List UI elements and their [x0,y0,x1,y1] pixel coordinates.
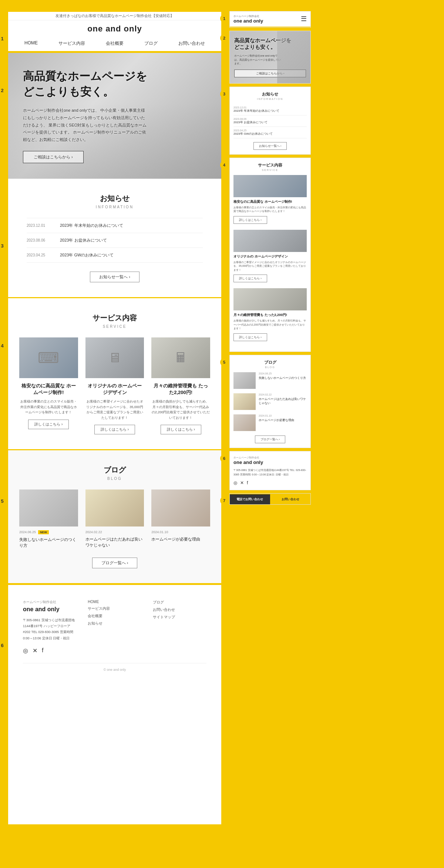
mobile-blog-en: BLOG [233,366,307,369]
mobile-blog-title: ブログ [233,360,307,365]
section-badge-1: 1 [0,34,7,43]
mobile-section-4: 4 サービス内容 SERVICE 格安なのに高品質な ホームページ制作! お客様… [229,158,311,352]
info-section: お知らせ INFORMATION 2023.12.01 2023年 年末年始のお… [8,179,221,297]
mobile-service-1: 格安なのに高品質な ホームページ制作! お客様の事業の立とのスマイル販売・外注作… [233,175,307,224]
info-item-1: 2023.12.01 2023年 年末年始のお休みについて [27,218,203,233]
facebook-icon[interactable]: f [42,647,43,654]
blog-date-2: 2024.02.22 [85,530,102,534]
mobile-services: サービス内容 SERVICE 格安なのに高品質な ホームページ制作! お客様の事… [230,158,310,351]
info-more-button[interactable]: お知らせ一覧へ › [90,272,139,282]
blog-card-2: 2024.02.22 ホームページはただあれば良いワケじゃない [85,489,144,549]
mobile-info-item-3: 2023.04.25 2023年 GWのお休みについて [233,127,307,138]
hero-content: 高品質なホームページを どこよりも安く。 ホームページ制作会社one and o… [8,57,164,174]
mobile-info-en: INFORMATION [233,98,307,100]
hero-cta-button[interactable]: ご相談はこちらから › [23,151,84,163]
section-badge-6: 6 [0,641,7,650]
desktop-logo: one and only [8,20,221,37]
footer-col-nav2: ブログ お問い合わせ サイトマップ [153,600,206,654]
right-badge-6: 6 [220,454,228,462]
services-title: サービス内容 [19,313,210,323]
blog-img-3 [151,489,210,526]
nav-contact[interactable]: お問い合わせ [168,37,215,51]
info-text-2: 2023年 お盆休みについて [60,238,107,243]
mobile-service-btn-1[interactable]: 詳しくはこちら › [233,216,267,224]
mobile-blog-img-2 [233,393,256,410]
mobile-blog-img-3 [233,414,256,431]
service-btn-3[interactable]: 詳しくはこちら › [161,425,201,434]
service-btn-2[interactable]: 詳しくはこちら › [94,425,135,434]
right-badge-2: 2 [220,34,228,42]
mobile-service-btn-3[interactable]: 詳しくはこちら › [233,333,267,341]
footer-nav-contact[interactable]: お問い合わせ [153,607,206,612]
blog-date-3: 2024.01.10 [151,530,168,534]
footer-company: ホームページ制作会社 [23,600,77,605]
footer-nav-blog[interactable]: ブログ [153,600,206,605]
mobile-footer: ホームページ制作会社 one and only 〒305-0861 茨城つくば市… [230,451,310,490]
service-title-2: オリジナルの ホームページデザイン [85,383,144,396]
mobile-instagram-icon[interactable]: ◎ [233,480,237,485]
mobile-contact-button[interactable]: お問い合わせ [270,494,311,504]
mobile-blog-item-1: 2024.06.25 失敗しないホームページのつくり方 [233,372,307,389]
nav-about[interactable]: 会社概要 [95,37,134,51]
info-list: 2023.12.01 2023年 年末年始のお休みについて 2023.08.06… [27,218,203,263]
mobile-facebook-icon[interactable]: f [247,480,248,485]
service-card-1: 格安なのに高品質な ホームページ制作! お客様の事業の立とのスマイル販売・外注作… [19,337,78,434]
footer-nav-services[interactable]: サービス内容 [88,606,141,611]
right-badge-5: 5 [220,358,228,366]
mobile-hero: 高品質なホームページを どこよりも安く。 ホームページ制作会社one and o… [230,31,310,83]
footer-col-nav1: HOME サービス内容 会社概要 お知らせ [88,600,141,654]
mobile-blog-more[interactable]: ブログ一覧へ › [255,435,286,443]
section-badge-4: 4 [0,341,7,350]
blog-more-button[interactable]: ブログ一覧へ › [92,558,138,568]
service-img-2 [85,337,144,378]
blog-tag-1: NEW [38,530,49,534]
mobile-service-btn-2[interactable]: 詳しくはこちら › [233,275,267,282]
mobile-info-more[interactable]: お知らせ一覧へ › [253,142,287,150]
instagram-icon[interactable]: ◎ [23,647,28,654]
right-badge-1: 1 [220,14,228,23]
nav-home[interactable]: HOME [14,37,48,51]
mobile-service-2: オリジナルの ホームページデザイン お客様のご希望イメージに合わせたオリジナルの… [233,230,307,283]
mobile-blog-img-1 [233,372,256,389]
mobile-info-title: お知らせ [233,91,307,97]
mobile-blog: ブログ BLOG 2024.06.25 失敗しないホームページのつくり方 202… [230,355,310,448]
footer-nav-sitemap[interactable]: サイトマップ [153,615,206,620]
footer-logo: one and only [23,606,77,613]
nav-blog[interactable]: ブログ [134,37,168,51]
footer-social: ◎ ✕ f [23,647,77,654]
mobile-info: お知らせ INFORMATION 2023.12.01 2023年 年末年始のお… [230,87,310,154]
twitter-icon[interactable]: ✕ [33,647,37,654]
mobile-twitter-icon[interactable]: ✕ [240,480,244,485]
info-title: お知らせ [27,194,203,203]
right-badge-3: 3 [220,90,228,98]
service-desc-3: お客様の負担が少しでも減らすため、月々の月割引料金も、サーバー代込みの2,200… [151,399,210,420]
footer-col-info: ホームページ制作会社 one and only 〒305-0861 茨城つくば市… [23,600,77,654]
mobile-section-5: 5 ブログ BLOG 2024.06.25 失敗しないホームページのつくり方 2… [229,355,311,448]
mobile-blog-item-3: 2024.01.10 ホームページが必要な理由 [233,414,307,431]
mobile-info-item-1: 2023.12.01 2023年 年末年始のお休みについて [233,104,307,115]
service-img-3 [151,337,210,378]
service-btn-1[interactable]: 詳しくはこちら › [28,420,69,429]
blog-card-title-3: ホームページが必要な理由 [151,536,210,542]
footer-nav-news[interactable]: お知らせ [88,621,141,626]
services-grid: 格安なのに高品質な ホームページ制作! お客様の事業の立とのスマイル販売・外注作… [19,337,210,434]
footer-nav-home[interactable]: HOME [88,600,141,604]
mobile-section-7: 7 電話でお問い合わせ お問い合わせ [229,493,311,505]
blog-card-title-1: 失敗しないホームページのつくり方 [19,536,78,549]
nav-services[interactable]: サービス内容 [48,37,95,51]
footer-address: 〒305-0861 茨城つくば市流通団地1144番197号 ハッピーフローア#2… [23,617,77,641]
section-badge-3: 3 [0,241,7,250]
mobile-cta-bar: 電話でお問い合わせ お問い合わせ [230,494,310,504]
mobile-tel-button[interactable]: 電話でお問い合わせ [230,494,270,504]
footer: ホームページ制作会社 one and only 〒305-0861 茨城つくば市… [8,584,221,679]
mobile-hero-img [277,31,310,83]
mobile-preview-col: 1 ホームページ制作会社 one and only ☰ 2 高品質なホームページ… [229,11,311,825]
hero-description: ホームページ制作会社one and onlyでは、 中小企業・個人事業主様にもし… [23,107,149,144]
desktop-preview: 1 友達付きっぱなのお客様で高品質なホームページ制作会社【安値対応】 one a… [7,11,222,825]
hamburger-icon[interactable]: ☰ [301,15,307,23]
mobile-logo: one and only [233,18,263,24]
mobile-hero-desc: ホームページ制作会社one and onlyでは、高品質なホームページを提供して… [234,54,282,66]
footer-nav-about[interactable]: 会社概要 [88,613,141,619]
blog-title: ブログ [19,465,210,475]
blog-card-title-2: ホームページはただあれば良いワケじゃない [85,536,144,548]
